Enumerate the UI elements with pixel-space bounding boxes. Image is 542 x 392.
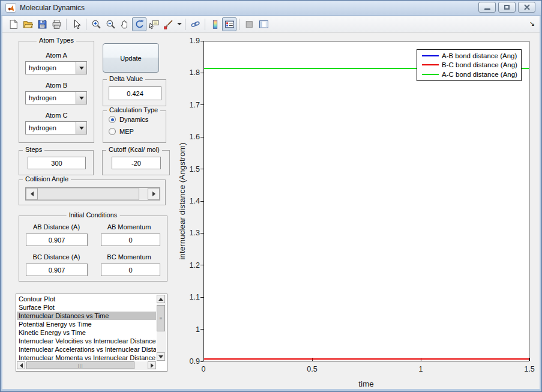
legend-item[interactable]: B-C bond distance (Ang) bbox=[417, 61, 521, 70]
list-item[interactable]: Kinetic Energy vs Time bbox=[17, 328, 156, 337]
atom-c-label: Atom C bbox=[19, 112, 94, 119]
hscroll-thumb[interactable]: ||| bbox=[26, 361, 134, 369]
x-tick-label: 1.5 bbox=[524, 365, 534, 373]
window-title: Molecular Dynamics bbox=[20, 4, 85, 12]
legend[interactable]: A-B bond distance (Ang)B-C bond distance… bbox=[417, 49, 522, 81]
slider-thumb[interactable] bbox=[38, 188, 139, 200]
update-button[interactable]: Update bbox=[103, 43, 159, 73]
initial-conditions-panel: Initial Conditions AB Distance (A) AB Mo… bbox=[19, 216, 167, 282]
zoom-out-icon bbox=[106, 19, 116, 29]
ab-momentum-input[interactable] bbox=[101, 234, 160, 246]
arrow-right-icon bbox=[152, 191, 155, 196]
horizontal-scrollbar[interactable]: ||| bbox=[17, 361, 156, 370]
legend-item[interactable]: A-C bond distance (Ang) bbox=[417, 70, 521, 79]
print-figure-button[interactable] bbox=[49, 17, 64, 31]
link-plot-button[interactable] bbox=[188, 17, 202, 31]
list-item[interactable]: Internuclear Velocities vs Internuclear … bbox=[17, 337, 156, 345]
y-tick-label: 1.5 bbox=[173, 165, 200, 173]
pan-hand-icon bbox=[120, 19, 130, 29]
data-cursor-button[interactable] bbox=[146, 17, 161, 31]
y-tick-label: 1.4 bbox=[173, 197, 200, 205]
legend-label: A-C bond distance (Ang) bbox=[442, 71, 517, 78]
show-plot-tools-button[interactable] bbox=[256, 17, 271, 31]
legend-label: B-C bond distance (Ang) bbox=[442, 61, 517, 68]
plot-type-listbox: Contour PlotSurface PlotInternuclear Dis… bbox=[16, 294, 167, 372]
list-item[interactable]: Internuclear Distances vs Time bbox=[17, 312, 156, 320]
list-item[interactable]: Surface Plot bbox=[17, 303, 156, 312]
chevron-down-icon[interactable] bbox=[76, 122, 86, 134]
restore-icon bbox=[504, 5, 510, 10]
minimize-button[interactable] bbox=[478, 2, 496, 13]
scroll-up-button[interactable] bbox=[157, 295, 165, 303]
radio-mep[interactable]: MEP bbox=[109, 128, 134, 135]
y-tick-label: 1.9 bbox=[173, 37, 200, 45]
steps-panel: Steps bbox=[19, 150, 94, 175]
bc-momentum-input[interactable] bbox=[101, 264, 160, 276]
restore-button[interactable] bbox=[498, 2, 516, 13]
minimize-icon bbox=[484, 8, 490, 10]
bc-momentum-label: BC Momentum bbox=[94, 253, 164, 261]
scroll-down-button[interactable] bbox=[157, 352, 165, 361]
y-tick-label: 1.2 bbox=[173, 261, 200, 270]
show-plot-tools-icon bbox=[259, 19, 269, 29]
y-tick-mark bbox=[200, 265, 203, 265]
rotate-3d-icon bbox=[134, 19, 145, 29]
list-item[interactable]: Contour Plot bbox=[17, 295, 156, 303]
titlebar[interactable]: Molecular Dynamics bbox=[1, 1, 541, 16]
save-figure-button[interactable] bbox=[35, 17, 49, 31]
legend-label: A-B bond distance (Ang) bbox=[442, 52, 517, 59]
zoom-in-button[interactable] bbox=[89, 17, 103, 31]
print-icon bbox=[52, 19, 62, 29]
collision-angle-slider[interactable] bbox=[25, 187, 160, 201]
slider-right-arrow[interactable] bbox=[148, 188, 160, 200]
link-plot-icon bbox=[190, 19, 200, 29]
open-file-button[interactable] bbox=[20, 17, 35, 31]
x-tick-label: 1 bbox=[419, 365, 423, 373]
cutoff-panel: Cutoff (Kcal/ mol) bbox=[102, 150, 170, 175]
scroll-left-button[interactable] bbox=[17, 361, 25, 369]
steps-input[interactable] bbox=[28, 157, 86, 169]
atom-b-select[interactable]: hydrogen bbox=[25, 91, 87, 104]
list-item[interactable]: Internuclear Momenta vs Internuclear Dis… bbox=[17, 354, 156, 361]
brush-button[interactable] bbox=[161, 17, 175, 31]
hide-plot-tools-button[interactable] bbox=[242, 17, 256, 31]
insert-colorbar-button[interactable] bbox=[208, 17, 222, 31]
scroll-right-button[interactable] bbox=[148, 361, 156, 369]
y-tick-label: 1.1 bbox=[173, 293, 200, 301]
close-button[interactable] bbox=[518, 2, 535, 13]
y-tick-mark bbox=[200, 41, 203, 41]
cutoff-input[interactable] bbox=[112, 157, 161, 169]
chevron-down-icon[interactable] bbox=[76, 62, 86, 74]
panel-title: Calculation Type bbox=[107, 106, 160, 113]
edit-plot-button[interactable] bbox=[69, 17, 83, 31]
legend-item[interactable]: A-B bond distance (Ang) bbox=[417, 51, 521, 60]
rotate-3d-button[interactable] bbox=[132, 17, 146, 31]
atom-c-select[interactable]: hydrogen bbox=[25, 121, 87, 134]
pan-button[interactable] bbox=[118, 17, 132, 31]
ab-momentum-label: AB Momentum bbox=[94, 223, 164, 231]
list-item[interactable]: Internuclear Accelerations vs Internucle… bbox=[17, 345, 156, 354]
atom-a-label: Atom A bbox=[19, 52, 94, 59]
zoom-out-button[interactable] bbox=[103, 17, 118, 31]
slider-track[interactable] bbox=[139, 188, 148, 200]
bc-distance-label: BC Distance (A) bbox=[19, 253, 94, 261]
vertical-scrollbar[interactable]: ≡ bbox=[157, 295, 166, 361]
insert-legend-button[interactable] bbox=[222, 17, 236, 31]
atom-c-value: hydrogen bbox=[26, 124, 76, 131]
arrow-left-icon bbox=[31, 191, 34, 196]
chevron-down-icon[interactable] bbox=[76, 92, 86, 104]
bc-distance-input[interactable] bbox=[26, 264, 88, 276]
slider-left-arrow[interactable] bbox=[26, 188, 38, 200]
delta-value-input[interactable] bbox=[109, 86, 161, 100]
toolbar-overflow-icon[interactable]: ↘ bbox=[529, 20, 535, 28]
atom-a-select[interactable]: hydrogen bbox=[25, 61, 87, 74]
brush-dropdown-button[interactable] bbox=[175, 17, 182, 31]
ab-distance-input[interactable] bbox=[26, 234, 88, 246]
list-item[interactable]: Potential Energy vs Time bbox=[17, 320, 156, 328]
new-figure-button[interactable] bbox=[6, 17, 20, 31]
radio-dynamics[interactable]: Dynamics bbox=[109, 116, 148, 123]
legend-icon bbox=[224, 19, 235, 29]
plot-area[interactable] bbox=[203, 41, 529, 361]
arrow-up-icon bbox=[158, 298, 163, 301]
vscroll-thumb[interactable]: ≡ bbox=[157, 305, 165, 331]
